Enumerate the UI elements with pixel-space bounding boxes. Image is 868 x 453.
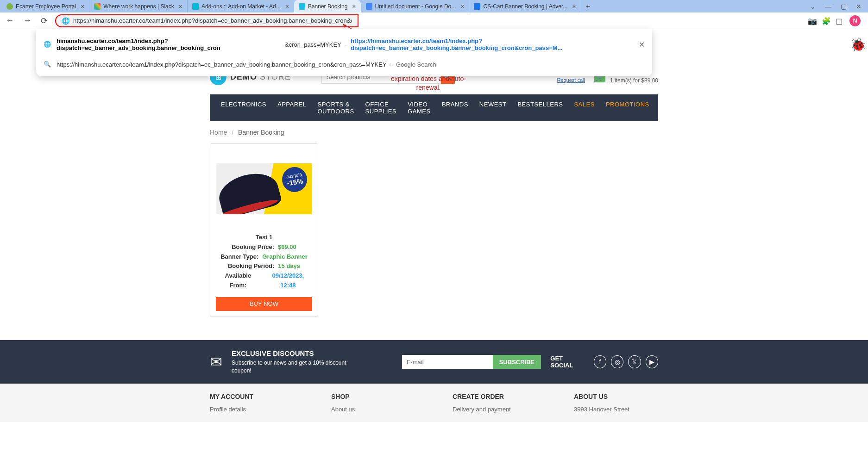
- main-navigation: ELECTRONICS APPAREL SPORTS & OUTDOORS OF…: [210, 94, 658, 121]
- nav-bestsellers[interactable]: BESTSELLERS: [512, 94, 568, 121]
- tab-slack[interactable]: Where work happens | Slack×: [89, 0, 188, 12]
- new-tab-button[interactable]: +: [581, 2, 595, 11]
- globe-icon: 🌐: [44, 41, 51, 48]
- nav-apparel[interactable]: APPAREL: [272, 94, 312, 121]
- nav-sales[interactable]: SALES: [568, 94, 600, 121]
- nav-sports[interactable]: SPORTS & OUTDOORS: [312, 94, 359, 121]
- youtube-icon[interactable]: ▶: [646, 355, 658, 368]
- footer-col-account: MY ACCOUNT: [210, 393, 294, 400]
- available-from: 09/12/2023, 12:48: [264, 271, 312, 291]
- request-call-link[interactable]: Request call: [540, 77, 585, 84]
- reload-button[interactable]: ⟳: [39, 14, 50, 28]
- product-image[interactable]: Jusqu'à -15%: [216, 163, 312, 214]
- footer-col-aboutus: ABOUT US: [574, 393, 658, 400]
- twitter-icon[interactable]: 𝕏: [628, 355, 641, 368]
- breadcrumb-current: Banner Booking: [238, 129, 284, 136]
- tab-ecarter[interactable]: Ecarter Employee Portal×: [2, 0, 89, 12]
- nav-promotions[interactable]: PROMOTIONS: [600, 94, 655, 121]
- footer-link-profile[interactable]: Profile details: [210, 406, 294, 413]
- browser-tab-strip: Ecarter Employee Portal× Where work happ…: [0, 0, 868, 12]
- footer-link-about[interactable]: About us: [331, 406, 415, 413]
- minimize-button[interactable]: ―: [825, 3, 831, 10]
- instagram-icon[interactable]: ◎: [611, 355, 623, 368]
- social-label: GET SOCIAL: [550, 355, 586, 369]
- close-icon[interactable]: ×: [285, 3, 289, 10]
- nav-electronics[interactable]: ELECTRONICS: [215, 94, 272, 121]
- url-input[interactable]: [73, 17, 352, 24]
- cart-summary: 1 item(s) for $89.00: [610, 77, 658, 84]
- footer-link-delivery[interactable]: Delivery and payment: [453, 406, 537, 413]
- address-bar[interactable]: 🌐: [55, 14, 359, 27]
- sidepanel-icon[interactable]: ◫: [836, 17, 844, 25]
- banner-type: Graphic Banner: [262, 252, 308, 262]
- tab-google-docs[interactable]: Untitled document - Google Do...×: [361, 0, 470, 12]
- discounts-title: EXCLUSIVE DISCOUNTS: [232, 349, 365, 357]
- close-icon[interactable]: ×: [352, 3, 356, 10]
- product-card: Jusqu'à -15% Test 1 Booking Price:$89.00…: [210, 143, 318, 317]
- nav-brands[interactable]: BRANDS: [436, 94, 474, 121]
- footer-link-address[interactable]: 3993 Hanover Street: [574, 406, 658, 413]
- extension-icon[interactable]: 📷: [808, 17, 816, 25]
- nav-games[interactable]: VIDEO GAMES: [402, 94, 436, 121]
- back-button[interactable]: ←: [4, 14, 16, 27]
- remove-suggestion-icon[interactable]: ✕: [639, 40, 645, 49]
- subscribe-button[interactable]: SUBSCRIBE: [493, 355, 541, 369]
- tab-banner-booking[interactable]: Banner Booking×: [294, 0, 361, 12]
- footer-links: MY ACCOUNT Profile details SHOP About us…: [0, 384, 868, 422]
- close-icon[interactable]: ×: [460, 3, 464, 10]
- omnibox-suggestions: 🌐 himanshu.ecarter.co/team1/index.php?di…: [36, 29, 652, 76]
- chevron-down-icon[interactable]: ⌄: [810, 3, 816, 10]
- forward-button[interactable]: →: [21, 14, 33, 27]
- nav-newest[interactable]: NEWEST: [474, 94, 512, 121]
- extensions-icon[interactable]: 🧩: [822, 17, 830, 25]
- bug-icon[interactable]: 🐞: [850, 37, 866, 52]
- search-icon: 🔍: [44, 61, 51, 68]
- suggestion-row[interactable]: 🔍 https://himanshu.ecarter.co/team1/inde…: [36, 56, 652, 73]
- close-icon[interactable]: ×: [81, 3, 84, 10]
- footer-col-order: CREATE ORDER: [453, 393, 537, 400]
- tab-addons[interactable]: Add-ons :: Add-on Market - Ad...×: [188, 0, 294, 12]
- product-price: $89.00: [278, 242, 296, 252]
- email-field[interactable]: [402, 355, 493, 369]
- close-icon[interactable]: ×: [572, 3, 576, 10]
- maximize-button[interactable]: ▢: [841, 3, 847, 10]
- discounts-subtitle: Subscribe to our news and get a 10% disc…: [232, 359, 365, 375]
- globe-icon: 🌐: [62, 17, 69, 25]
- breadcrumb-home[interactable]: Home: [210, 129, 227, 136]
- booking-period: 15 days: [278, 261, 300, 271]
- close-window-button[interactable]: ✕: [856, 3, 862, 10]
- footer-subscribe: ✉ EXCLUSIVE DISCOUNTS Subscribe to our n…: [0, 340, 868, 384]
- browser-nav-bar: ← → ⟳ 🌐 📷 🧩 ◫ N: [0, 12, 868, 29]
- suggestion-row[interactable]: 🌐 himanshu.ecarter.co/team1/index.php?di…: [36, 33, 652, 56]
- mail-icon: ✉: [210, 353, 222, 371]
- facebook-icon[interactable]: f: [594, 355, 606, 368]
- buy-now-button[interactable]: BUY NOW: [216, 297, 312, 311]
- profile-button[interactable]: N: [849, 15, 861, 26]
- nav-office[interactable]: OFFICE SUPPLIES: [360, 94, 403, 121]
- close-icon[interactable]: ×: [179, 3, 182, 10]
- product-name: Test 1: [216, 233, 312, 242]
- breadcrumb: Home / Banner Booking: [210, 121, 658, 143]
- footer-col-shop: SHOP: [331, 393, 415, 400]
- tab-cscart[interactable]: CS-Cart Banner Booking | Adver...×: [469, 0, 581, 12]
